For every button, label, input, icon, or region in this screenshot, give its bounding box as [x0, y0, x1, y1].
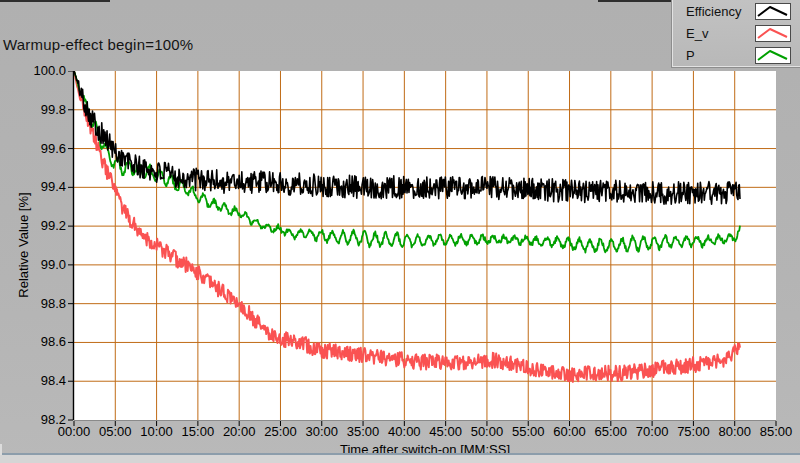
plot-canvas	[68, 71, 778, 427]
legend-label: Efficiency	[686, 4, 741, 19]
x-tick-label: 85:00	[751, 424, 800, 439]
legend-item-e-v[interactable]: E_v	[672, 22, 800, 44]
y-axis-title: Relative Value [%]	[16, 192, 31, 297]
line-sample-icon	[756, 48, 790, 63]
line-sample-icon	[756, 4, 790, 19]
front-panel: Warmup-effect begin=100% EfficiencyE_vP …	[0, 0, 800, 463]
y-tick-label: 98.4	[8, 373, 66, 388]
top-edge-segment-right	[598, 0, 672, 2]
legend-plot-style-box[interactable]	[755, 25, 791, 42]
legend-item-p[interactable]: P	[672, 44, 800, 66]
chart-title: Warmup-effect begin=100%	[3, 36, 193, 53]
chart-legend: EfficiencyE_vP	[671, 0, 800, 68]
legend-item-efficiency[interactable]: Efficiency	[672, 0, 800, 22]
plot-area[interactable]	[68, 71, 778, 427]
y-tick-label: 98.6	[8, 334, 66, 349]
legend-plot-style-box[interactable]	[755, 3, 791, 20]
window-bottom-fill	[0, 455, 800, 463]
y-tick-label: 98.8	[8, 296, 66, 311]
legend-label: P	[686, 48, 695, 63]
legend-label: E_v	[686, 26, 708, 41]
top-edge-segment-left	[0, 0, 110, 2]
y-tick-label: 99.8	[8, 102, 66, 117]
legend-plot-style-box[interactable]	[755, 47, 791, 64]
y-tick-label: 100.0	[8, 63, 66, 78]
line-sample-icon	[756, 26, 790, 41]
window-left-edge	[0, 444, 2, 455]
y-tick-label: 99.6	[8, 141, 66, 156]
